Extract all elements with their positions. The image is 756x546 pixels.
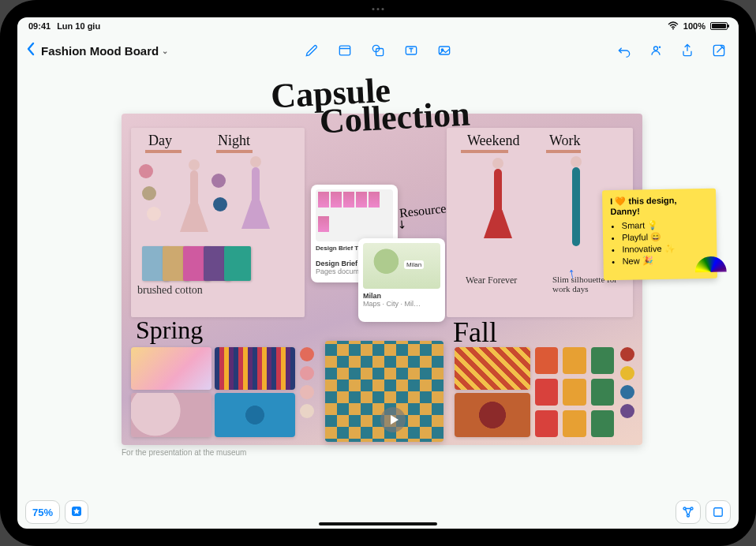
fashion-sketch-night[interactable] [234, 156, 278, 243]
pen-tool-button[interactable] [300, 39, 324, 62]
annotation-wear-forever: Wear Forever [466, 275, 517, 286]
status-bar: 09:41 Lun 10 giu 100% [17, 17, 739, 35]
color-dot [147, 207, 161, 221]
minimap-button[interactable] [705, 500, 731, 524]
chevron-down-icon: ⌄ [162, 47, 168, 55]
pattern-image-2[interactable] [455, 393, 530, 437]
maps-card[interactable]: Milan Milan Maps · City · Mil… [358, 238, 445, 322]
underline [546, 150, 581, 153]
heading-spring: Spring [136, 316, 203, 345]
speaker-dots [372, 8, 384, 10]
sticky-line1: I 🧡 this design, Danny! [610, 195, 708, 216]
star-icon [70, 505, 83, 520]
sticky-list: Smart 💡 Playful 😄 Innovative ✨ New 🎉 [611, 219, 709, 267]
fashion-sketch-day[interactable] [172, 159, 216, 246]
battery-percent: 100% [683, 21, 705, 31]
label-work: Work [549, 133, 581, 149]
sticky-note[interactable]: I 🧡 this design, Danny! Smart 💡 Playful … [602, 189, 717, 280]
heading-fall: Fall [453, 316, 497, 349]
sticky-bullet: Innovative ✨ [622, 243, 709, 255]
label-brushed-cotton: brushed cotton [137, 284, 203, 297]
svg-point-0 [672, 28, 674, 29]
label-weekend: Weekend [467, 133, 520, 149]
screen: 09:41 Lun 10 giu 100% Fashion Mood Board… [17, 17, 739, 529]
svg-rect-15 [714, 508, 723, 517]
label-day: Day [148, 133, 172, 149]
svg-point-9 [659, 47, 661, 49]
spring-panel[interactable]: Day Night brushed co [131, 128, 305, 317]
map-pin-label: Milan [404, 260, 424, 269]
color-dot [139, 164, 153, 178]
svg-point-8 [654, 47, 658, 50]
status-date: Lun 10 giu [57, 21, 100, 31]
underline [145, 150, 182, 153]
fashion-sketch-work[interactable] [552, 156, 600, 267]
sticky-bullet: Smart 💡 [622, 219, 709, 231]
color-grid[interactable] [535, 347, 614, 437]
collaborate-button[interactable] [644, 39, 668, 62]
wifi-icon [668, 21, 679, 32]
underline [461, 150, 508, 153]
board-caption: For the presentation at the museum [122, 448, 246, 457]
canvas-area[interactable]: Capsule Collection Day Night [17, 66, 739, 496]
fabric-image[interactable] [215, 347, 295, 390]
undo-button[interactable] [612, 39, 636, 62]
share-button[interactable] [676, 39, 699, 62]
svg-rect-1 [339, 46, 350, 55]
mood-board[interactable]: Capsule Collection Day Night [122, 114, 642, 445]
zoom-label: 75% [32, 507, 53, 518]
zoom-button[interactable]: 75% [25, 500, 60, 524]
texture-image[interactable] [131, 347, 211, 390]
ipad-frame: 09:41 Lun 10 giu 100% Fashion Mood Board… [0, 0, 756, 546]
label-night: Night [218, 133, 250, 149]
label-resources: Resources [399, 201, 451, 221]
favorites-button[interactable] [65, 500, 88, 524]
document-title-button[interactable]: Fashion Mood Board ⌄ [41, 44, 168, 58]
map-thumbnail [363, 243, 440, 289]
candies-image[interactable] [215, 393, 295, 437]
sticky-note-button[interactable] [333, 39, 357, 62]
rainbow-sticker [694, 256, 727, 289]
map-title: Milan [363, 292, 440, 300]
text-box-button[interactable] [399, 39, 423, 62]
color-palette-spring[interactable] [300, 347, 314, 418]
media-button[interactable] [432, 39, 456, 62]
underline [216, 150, 253, 153]
color-dot [142, 186, 156, 200]
document-title-text: Fashion Mood Board [41, 44, 159, 58]
doc-thumbnail [316, 189, 393, 241]
sticky-bullet: Playful 😄 [622, 231, 709, 243]
svg-point-14 [687, 514, 690, 517]
map-subtitle: Maps · City · Mil… [363, 300, 440, 308]
pattern-image[interactable] [455, 347, 530, 390]
status-time: 09:41 [28, 21, 51, 31]
compose-button[interactable] [707, 39, 731, 62]
home-indicator[interactable] [319, 522, 437, 525]
svg-point-13 [691, 507, 693, 510]
app-toolbar: Fashion Mood Board ⌄ [17, 35, 739, 66]
fashion-sketch-weekend[interactable] [473, 158, 522, 268]
shapes-button[interactable] [366, 39, 390, 62]
back-button[interactable] [25, 42, 36, 60]
flowers-image[interactable] [131, 393, 211, 437]
navigator-button[interactable] [676, 500, 701, 524]
play-button[interactable] [380, 407, 406, 432]
color-palette-fall[interactable] [620, 347, 634, 418]
battery-icon [710, 22, 728, 30]
svg-point-12 [683, 507, 686, 510]
